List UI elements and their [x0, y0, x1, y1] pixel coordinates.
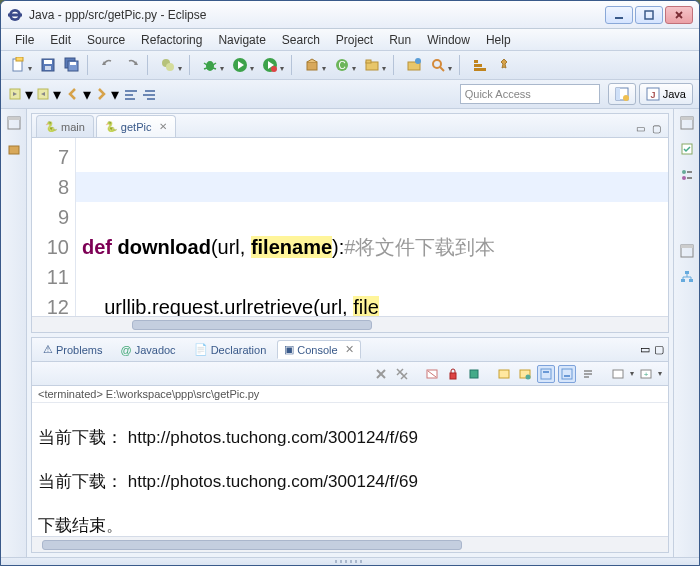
svg-rect-40	[125, 94, 133, 96]
word-wrap-icon[interactable]	[579, 365, 597, 383]
tab-problems[interactable]: ⚠Problems	[36, 340, 109, 359]
package-explorer-icon[interactable]	[6, 141, 22, 157]
pydev-icon[interactable]	[157, 54, 179, 76]
menu-window[interactable]: Window	[419, 31, 478, 49]
tab-javadoc[interactable]: @Javadoc	[113, 341, 182, 359]
svg-rect-10	[44, 60, 52, 64]
undo-icon[interactable]	[97, 54, 119, 76]
minimize-button[interactable]	[605, 6, 633, 24]
svg-rect-79	[687, 177, 692, 179]
open-perspective-button[interactable]	[608, 83, 636, 105]
svg-rect-42	[145, 90, 155, 92]
run-last-button[interactable]	[259, 54, 281, 76]
menu-navigate[interactable]: Navigate	[210, 31, 273, 49]
editor-tab-main[interactable]: 🐍main	[36, 115, 94, 137]
maximize-view-icon[interactable]: ▢	[654, 343, 664, 356]
pin-button[interactable]	[493, 54, 515, 76]
svg-point-47	[623, 95, 629, 101]
remove-all-icon[interactable]	[393, 365, 411, 383]
new-console-icon[interactable]: +	[637, 365, 655, 383]
prev-annotation-button[interactable]	[35, 86, 51, 102]
next-annotation-button[interactable]	[7, 86, 23, 102]
debug-button[interactable]	[199, 54, 221, 76]
task-list-icon[interactable]	[679, 141, 695, 157]
svg-rect-68	[562, 369, 572, 379]
remove-launch-icon[interactable]	[372, 365, 390, 383]
new-class-button[interactable]: C	[331, 54, 353, 76]
svg-rect-52	[9, 146, 19, 154]
minimize-view-icon[interactable]: ▭	[640, 343, 650, 356]
svg-rect-44	[147, 98, 155, 100]
menu-source[interactable]: Source	[79, 31, 133, 49]
console-icon: ▣	[284, 343, 294, 356]
quick-access-placeholder: Quick Access	[465, 88, 531, 100]
console-output[interactable]: 当前下载： http://photos.tuchong.com/300124/f…	[32, 403, 668, 536]
close-button[interactable]	[665, 6, 693, 24]
menu-refactor[interactable]: Refactoring	[133, 31, 210, 49]
scroll-lock-icon[interactable]	[444, 365, 462, 383]
toggle-breadcrumb-button[interactable]	[469, 54, 491, 76]
titlebar[interactable]: Java - ppp/src/getPic.py - Eclipse	[1, 1, 699, 29]
format-icon-2[interactable]	[141, 86, 157, 102]
close-tab-icon[interactable]: ✕	[345, 343, 354, 356]
svg-rect-2	[8, 13, 22, 16]
tab-declaration[interactable]: 📄Declaration	[187, 340, 274, 359]
back-button[interactable]	[65, 86, 81, 102]
console-menu-icon[interactable]	[609, 365, 627, 383]
new-button[interactable]	[7, 54, 29, 76]
bottom-pane: ⚠Problems @Javadoc 📄Declaration ▣Console…	[31, 337, 669, 553]
svg-rect-70	[613, 370, 623, 378]
menu-file[interactable]: File	[7, 31, 42, 49]
menu-run[interactable]: Run	[381, 31, 419, 49]
clear-console-icon[interactable]	[423, 365, 441, 383]
editor-hscrollbar[interactable]	[32, 316, 668, 332]
outline-icon[interactable]	[679, 167, 695, 183]
restore-view-icon-2[interactable]	[679, 243, 695, 259]
show-console-stdout-icon[interactable]	[537, 365, 555, 383]
maximize-button[interactable]	[635, 6, 663, 24]
code-content[interactable]: def download(url, filename):#将文件下载到本 url…	[76, 138, 668, 316]
console-terminated-label: <terminated> E:\workspace\ppp\src\getPic…	[32, 386, 668, 403]
minimize-view-icon[interactable]: ▭	[632, 123, 648, 137]
console-line: 下载结束。	[38, 515, 662, 536]
format-icon[interactable]	[123, 86, 139, 102]
svg-rect-35	[474, 64, 482, 67]
java-perspective-button[interactable]: JJava	[639, 83, 693, 105]
search-button[interactable]	[427, 54, 449, 76]
menu-help[interactable]: Help	[478, 31, 519, 49]
save-all-button[interactable]	[61, 54, 83, 76]
code-area[interactable]: 7 8 9 10 11 12 def download(url, filenam…	[32, 138, 668, 316]
close-tab-icon[interactable]: ✕	[159, 121, 167, 132]
new-package-button[interactable]	[301, 54, 323, 76]
open-type-button[interactable]	[403, 54, 425, 76]
menu-project[interactable]: Project	[328, 31, 381, 49]
forward-button[interactable]	[93, 86, 109, 102]
new-folder-button[interactable]	[361, 54, 383, 76]
quick-access-input[interactable]: Quick Access	[460, 84, 600, 104]
save-button[interactable]	[37, 54, 59, 76]
display-console-icon[interactable]	[495, 365, 513, 383]
svg-point-31	[415, 58, 421, 64]
console-hscrollbar[interactable]	[32, 536, 668, 552]
menu-edit[interactable]: Edit	[42, 31, 79, 49]
editor-tab-getpic[interactable]: 🐍getPic✕	[96, 115, 177, 137]
restore-view-icon[interactable]	[6, 115, 22, 131]
svg-rect-82	[685, 271, 689, 274]
editor-pane: 🐍main 🐍getPic✕ ▭ ▢ 7 8 9 10 11 12	[31, 113, 669, 333]
restore-view-icon[interactable]	[679, 115, 695, 131]
console-toolbar: ▾ +▾	[32, 362, 668, 386]
redo-icon[interactable]	[121, 54, 143, 76]
java-perspective-label: Java	[663, 88, 686, 100]
show-console-stderr-icon[interactable]	[558, 365, 576, 383]
menu-search[interactable]: Search	[274, 31, 328, 49]
eclipse-window: Java - ppp/src/getPic.py - Eclipse File …	[0, 0, 700, 566]
svg-rect-46	[616, 88, 620, 100]
run-button[interactable]	[229, 54, 251, 76]
maximize-view-icon[interactable]: ▢	[648, 123, 664, 137]
hierarchy-icon[interactable]	[679, 269, 695, 285]
sash[interactable]	[1, 557, 699, 565]
svg-text:C: C	[338, 60, 345, 71]
pin-console-icon[interactable]	[465, 365, 483, 383]
open-console-icon[interactable]	[516, 365, 534, 383]
tab-console[interactable]: ▣Console✕	[277, 340, 360, 359]
